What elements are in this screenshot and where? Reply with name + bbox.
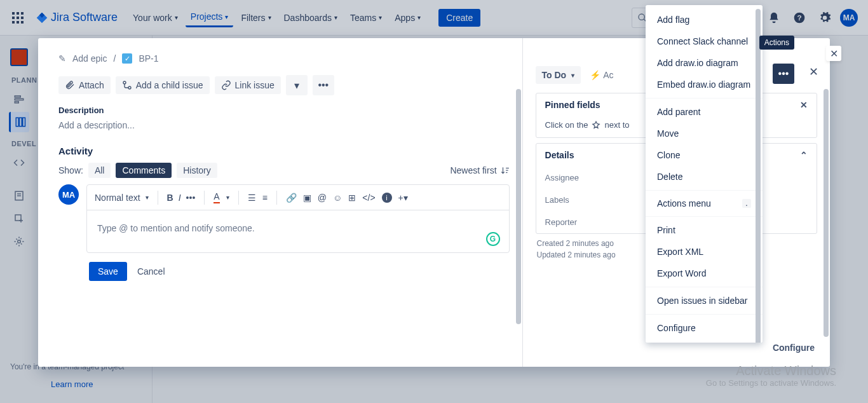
cancel-button[interactable]: Cancel [137,266,165,277]
dd-delete[interactable]: Delete [646,166,763,188]
issue-toolbar: Attach Add a child issue Link issue ▾ ••… [58,75,510,95]
actions-flash-icon[interactable]: ⚡ Ac [590,70,613,80]
code-icon[interactable]: </> [362,193,375,203]
plus-icon[interactable]: +▾ [398,193,408,203]
link-dropdown-icon[interactable]: ▾ [286,75,308,95]
dd-connect-slack[interactable]: Connect Slack channel [646,31,763,52]
scrollbar-right[interactable] [824,89,829,337]
comment-row: MA Normal text▾ B I ••• A▾ ☰ ≡ � [58,184,510,253]
dd-configure[interactable]: Configure [646,317,763,339]
show-label: Show: [58,165,83,175]
mention-icon[interactable]: @ [318,193,327,203]
dd-export-word[interactable]: Export Word [646,263,763,284]
dropdown-scrollbar[interactable] [756,9,761,343]
close-icon[interactable]: ✕ [809,65,818,79]
editor-body[interactable]: Type @ to mention and notify someone. G [87,210,509,252]
link-icon[interactable]: 🔗 [286,193,297,203]
italic-icon[interactable]: I [179,193,181,203]
save-button[interactable]: Save [89,262,127,281]
info-icon[interactable]: i [382,193,392,203]
svg-point-26 [123,81,126,84]
text-style-dropdown[interactable]: Normal text▾ [95,193,149,203]
text-color-icon[interactable]: A [214,191,219,203]
pinned-title: Pinned fields [545,100,600,110]
bold-icon[interactable]: B [167,193,173,203]
editor-toolbar: Normal text▾ B I ••• A▾ ☰ ≡ 🔗 ▣ @ [87,185,509,210]
actions-tooltip: Actions [759,36,794,50]
activity-filters: Show: All Comments History Newest first [58,163,510,178]
add-epic-link[interactable]: Add epic [72,53,107,64]
filter-comments[interactable]: Comments [116,163,172,178]
dd-add-parent[interactable]: Add parent [646,101,763,123]
comment-editor[interactable]: Normal text▾ B I ••• A▾ ☰ ≡ 🔗 ▣ @ [86,184,510,253]
dd-add-drawio[interactable]: Add draw.io diagram [646,52,763,74]
breadcrumb: ✎ Add epic / ✓ BP-1 [58,53,510,64]
actions-dropdown: Add flag Connect Slack channel Add draw.… [646,5,763,343]
link-issue-button[interactable]: Link issue [215,76,281,94]
image-icon[interactable]: ▣ [303,193,311,203]
bullet-list-icon[interactable]: ☰ [248,193,256,203]
svg-point-27 [128,86,131,89]
configure-link[interactable]: Configure [773,343,815,353]
grammarly-icon[interactable]: G [486,232,500,246]
status-dropdown[interactable]: To Do▾ [536,66,581,84]
comment-avatar: MA [58,184,79,205]
more-actions-button[interactable]: ••• [773,64,794,84]
details-collapse-icon[interactable]: ⌃ [800,150,808,160]
dd-open-sidebar[interactable]: Open issues in sidebar [646,290,763,311]
dd-clone[interactable]: Clone [646,144,763,166]
more-format-icon[interactable]: ••• [186,193,196,203]
issue-key[interactable]: BP-1 [139,53,158,64]
dd-embed-drawio[interactable]: Embed draw.io diagram [646,74,763,95]
filter-all[interactable]: All [88,163,111,178]
dd-move[interactable]: Move [646,123,763,144]
more-toolbar-icon[interactable]: ••• [313,75,334,95]
attach-button[interactable]: Attach [58,76,111,94]
table-icon[interactable]: ⊞ [348,193,356,203]
dd-add-flag[interactable]: Add flag [646,9,763,31]
description-field[interactable]: Add a description... [58,120,510,130]
pin-icon [592,121,600,130]
pencil-icon: ✎ [58,53,66,64]
dd-export-xml[interactable]: Export XML [646,241,763,263]
modal-left-panel: ✎ Add epic / ✓ BP-1 Attach Add a child i… [38,38,522,367]
details-title: Details [545,150,574,160]
emoji-icon[interactable]: ☺ [333,193,342,203]
scrollbar-left[interactable] [516,89,521,324]
number-list-icon[interactable]: ≡ [262,193,268,203]
editor-actions: Save Cancel [89,262,510,281]
sort-newest[interactable]: Newest first [450,165,509,175]
add-child-button[interactable]: Add a child issue [116,76,210,94]
dd-print[interactable]: Print [646,219,763,241]
description-title: Description [58,106,510,115]
dd-actions-menu[interactable]: Actions menu. [646,193,763,214]
task-type-icon: ✓ [122,53,132,64]
activity-title: Activity [58,146,510,156]
modal-corner-x-icon[interactable]: ✕ [826,46,841,61]
pinned-close-icon[interactable]: ✕ [800,100,808,110]
filter-history[interactable]: History [177,163,217,178]
breadcrumb-separator: / [113,53,116,64]
